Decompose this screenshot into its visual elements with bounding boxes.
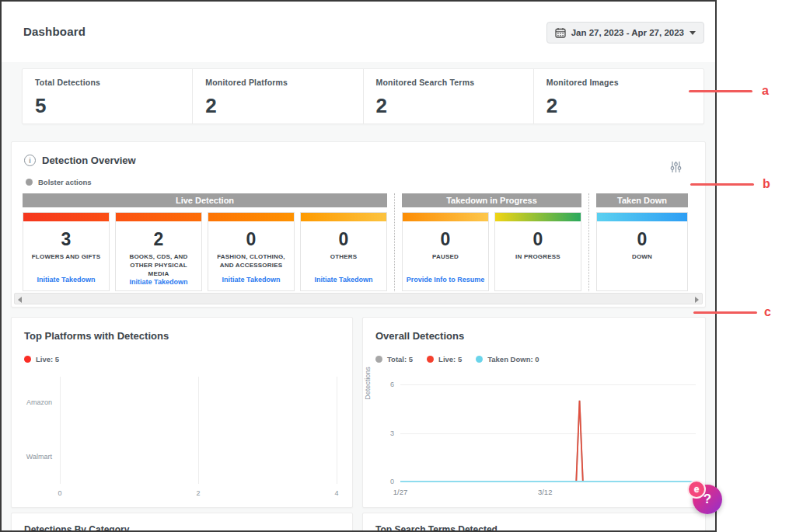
summary-stats-card: Total Detections 5 Monitored Platforms 2… — [22, 68, 704, 124]
group-cards: 3 FLOWERS AND GIFTS Initiate Takedown 2 … — [23, 212, 387, 291]
category-gradient-bar — [403, 213, 488, 221]
category-gradient-bar — [597, 213, 687, 221]
stat-value: 2 — [205, 96, 350, 116]
annotation-letter-a: a — [762, 84, 769, 98]
stat-total-detections: Total Detections 5 — [23, 69, 193, 123]
annotation-letter-b: b — [763, 177, 770, 191]
legend-label: Bolster actions — [38, 178, 92, 186]
legend-dot-icon — [476, 356, 483, 363]
legend-dot-icon — [26, 179, 33, 186]
legend-item-live: Live: 5 — [427, 355, 462, 363]
group-taken-down: Taken Down 0 DOWN — [588, 193, 688, 291]
detection-overview-card: i Detection Overview Bolster actions Liv… — [11, 141, 706, 308]
detections-by-category-card: Detections By Category — [11, 513, 353, 532]
annotation-line-c — [693, 311, 757, 314]
top-search-terms-card: Top Search Terms Detected — [362, 513, 706, 532]
initiate-takedown-link[interactable]: Initiate Takedown — [37, 276, 96, 283]
x-tick-label: 4 — [334, 489, 338, 497]
annotation-line-b — [690, 183, 754, 186]
group-header: Live Detection — [23, 193, 387, 207]
category-count: 0 — [637, 231, 648, 249]
legend-dot-icon — [24, 356, 31, 363]
y-axis-label: Detections — [364, 367, 372, 400]
detection-overview-title: Detection Overview — [42, 155, 136, 166]
page-title: Dashboard — [23, 25, 86, 38]
app-header: Dashboard Jan 27, 2023 - Apr 27, 2023 — [2, 2, 715, 62]
group-header: Takedown in Progress — [402, 193, 581, 207]
chart-legend: Live: 5 — [24, 355, 59, 363]
chevron-down-icon — [690, 31, 696, 35]
legend-item-live: Live: 5 — [24, 355, 59, 363]
category-count: 0 — [339, 231, 349, 249]
y-tick-label: 3 — [390, 429, 394, 437]
stat-label: Monitored Search Terms — [376, 78, 521, 87]
category-label: BOOKS, CDS, AND OTHER PHYSICAL MEDIA — [116, 253, 201, 278]
category-card-in-progress: 0 IN PROGRESS — [494, 212, 581, 291]
stat-label: Monitored Platforms — [205, 78, 350, 87]
gridline — [60, 377, 61, 484]
category-card-flowers-and-gifts: 3 FLOWERS AND GIFTS Initiate Takedown — [23, 212, 110, 291]
annotation-letter-c: c — [764, 305, 771, 319]
initiate-takedown-link[interactable]: Initiate Takedown — [222, 276, 281, 283]
detection-overview-header: i Detection Overview — [24, 155, 136, 166]
y-tick-label: 0 — [390, 478, 394, 485]
legend-item-total: Total: 5 — [375, 355, 413, 363]
category-count: 0 — [441, 231, 451, 249]
legend-item-taken-down: Taken Down: 0 — [476, 355, 539, 363]
stat-value: 2 — [376, 96, 521, 116]
category-card-down: 0 DOWN — [596, 212, 688, 291]
chart-title: Overall Detections — [375, 330, 464, 342]
category-count: 0 — [533, 231, 543, 249]
group-live-detection: Live Detection 3 FLOWERS AND GIFTS Initi… — [23, 193, 387, 291]
category-gradient-bar — [301, 213, 386, 221]
initiate-takedown-link[interactable]: Initiate Takedown — [315, 276, 373, 283]
stat-monitored-platforms: Monitored Platforms 2 — [193, 69, 363, 123]
calendar-icon — [555, 27, 566, 38]
info-icon[interactable]: i — [24, 155, 36, 166]
scroll-right-arrow-icon[interactable] — [695, 297, 699, 303]
category-label: OTHERS — [326, 253, 361, 262]
category-tick-label: Walmart — [26, 453, 52, 461]
category-gradient-bar — [116, 213, 201, 221]
legend-label: Total: 5 — [387, 355, 413, 363]
group-header: Taken Down — [596, 193, 688, 207]
legend-dot-icon — [375, 356, 382, 363]
filter-sliders-icon[interactable] — [670, 161, 682, 176]
stat-monitored-search-terms: Monitored Search Terms 2 — [364, 69, 534, 123]
legend-label: Live: 5 — [36, 355, 59, 363]
x-tick-label: 2 — [196, 489, 200, 497]
category-gradient-bar — [23, 213, 109, 221]
stat-label: Monitored Images — [546, 78, 691, 87]
stat-monitored-images: Monitored Images 2 — [534, 69, 703, 123]
provide-info-to-resume-link[interactable]: Provide Info to Resume — [407, 276, 485, 283]
initiate-takedown-link[interactable]: Initiate Takedown — [130, 278, 188, 286]
category-gradient-bar — [495, 213, 581, 221]
x-tick-label: 0 — [58, 489, 61, 497]
annotation-badge-e: e — [687, 480, 706, 499]
scroll-left-arrow-icon[interactable] — [18, 297, 22, 303]
category-label: FASHION, CLOTHING, AND ACCESSORIES — [208, 253, 294, 270]
chart-title: Top Platforms with Detections — [24, 330, 169, 342]
category-card-paused: 0 PAUSED Provide Info to Resume — [402, 212, 489, 291]
category-count: 2 — [154, 231, 164, 249]
horizontal-scrollbar[interactable] — [14, 293, 703, 304]
stat-value: 2 — [546, 96, 691, 116]
category-label: IN PROGRESS — [511, 253, 564, 262]
x-tick-label: 3/12 — [538, 488, 553, 496]
stat-value: 5 — [35, 96, 180, 116]
top-platforms-chart-card: Top Platforms with Detections Live: 5 Am… — [11, 317, 353, 508]
card-title: Top Search Terms Detected — [375, 524, 498, 532]
category-card-fashion-clothing: 0 FASHION, CLOTHING, AND ACCESSORIES Ini… — [208, 212, 295, 291]
date-range-picker[interactable]: Jan 27, 2023 - Apr 27, 2023 — [546, 22, 704, 43]
app-window: Dashboard Jan 27, 2023 - Apr 27, 2023 To… — [0, 0, 717, 532]
category-card-books-cds: 2 BOOKS, CDS, AND OTHER PHYSICAL MEDIA I… — [115, 212, 202, 291]
card-title: Detections By Category — [24, 524, 129, 532]
overall-detections-plot-svg — [400, 384, 696, 482]
category-count: 3 — [61, 231, 72, 249]
chart-legend: Total: 5 Live: 5 Taken Down: 0 — [375, 355, 539, 363]
gridline — [198, 377, 199, 484]
bolster-actions-legend: Bolster actions — [26, 178, 92, 186]
overall-detections-chart-card: Overall Detections Total: 5 Live: 5 Take… — [362, 317, 706, 508]
group-cards: 0 PAUSED Provide Info to Resume 0 IN PRO… — [402, 212, 581, 291]
category-label: DOWN — [628, 253, 656, 262]
